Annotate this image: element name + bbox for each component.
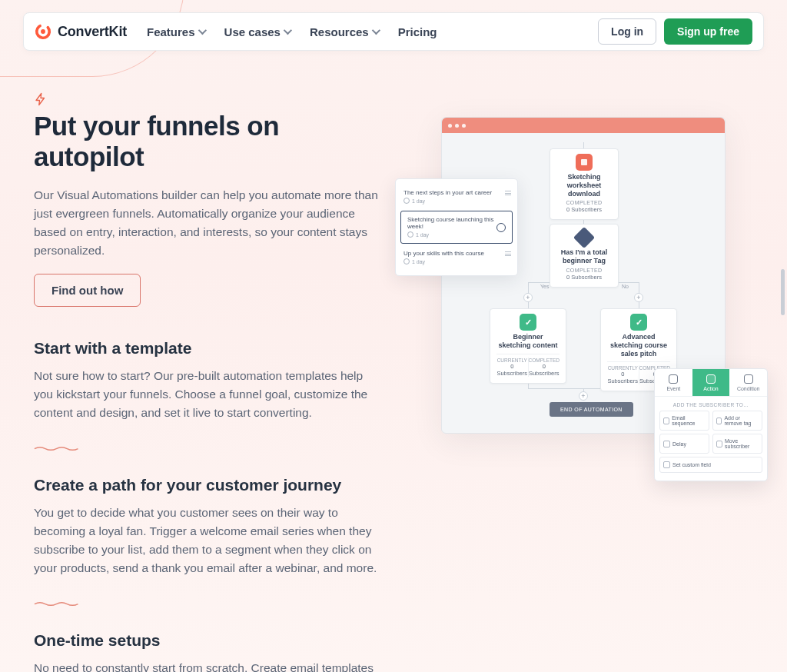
right-column: + + + + + + Yes No Sketching worksheet d… — [418, 92, 764, 672]
window-dot — [455, 124, 459, 128]
picker-tabs: Event Action Condition — [655, 369, 767, 397]
brand-name: ConvertKit — [58, 24, 127, 40]
node-title: Beginner sketching content — [496, 333, 560, 350]
tab-event[interactable]: Event — [655, 369, 692, 397]
section-onetime: One-time setups No need to constantly st… — [34, 631, 387, 672]
action-picker-panel: Event Action Condition ADD THE SUBSCRIBE… — [654, 368, 768, 481]
add-step-button[interactable]: + — [579, 391, 588, 401]
nav-pricing-label: Pricing — [398, 25, 437, 38]
tag-icon — [716, 418, 722, 424]
scrollbar-thumb[interactable] — [781, 269, 785, 315]
nav-usecases-label: Use cases — [224, 25, 281, 38]
wave-divider — [34, 596, 81, 610]
node-sub: 0 Subscribers — [556, 206, 612, 213]
nav-features-label: Features — [147, 25, 195, 38]
node-status: COMPLETED — [556, 268, 612, 273]
svg-point-1 — [41, 29, 45, 34]
section-title: Create a path for your customer journey — [34, 476, 387, 494]
section-title: Start with a template — [34, 339, 387, 358]
email-step[interactable]: Up your skills with this course 1 day — [396, 246, 517, 269]
nav-resources[interactable]: Resources — [310, 25, 378, 38]
tab-condition[interactable]: Condition — [729, 369, 767, 397]
login-button[interactable]: Log in — [598, 18, 656, 45]
step-title: Sketching course launching this week! — [407, 216, 494, 230]
checkmark-icon: ✓ — [520, 314, 536, 331]
clock-icon — [407, 231, 413, 238]
condition-icon — [744, 374, 753, 384]
section-title: One-time setups — [34, 631, 387, 650]
move-icon — [716, 441, 722, 447]
nav-features[interactable]: Features — [147, 25, 204, 38]
window-dot — [462, 124, 466, 128]
left-column: Put your funnels on autopilot Our Visual… — [34, 92, 387, 672]
email-steps-panel: The next steps in your art career 1 day … — [395, 178, 518, 276]
node-stat-label: CURRENTLY — [607, 365, 639, 371]
convertkit-logo-icon — [35, 23, 51, 40]
picker-move-subscriber[interactable]: Move subscriber — [712, 434, 762, 454]
chevron-down-icon — [284, 26, 292, 35]
tab-action[interactable]: Action — [692, 369, 730, 397]
drag-handle-icon[interactable] — [505, 191, 511, 195]
node-status: COMPLETED — [556, 200, 612, 205]
top-nav: ConvertKit Features Use cases Resources … — [23, 12, 764, 51]
svg-rect-2 — [581, 159, 587, 165]
step-title: The next steps in your art career — [403, 189, 492, 196]
section-body: No need to constantly start from scratch… — [34, 659, 380, 672]
section-body: Not sure how to start? Our pre-built aut… — [34, 367, 380, 422]
entry-node[interactable]: Sketching worksheet download COMPLETED 0… — [550, 148, 619, 220]
hero-title: Put your funnels on autopilot — [34, 111, 387, 172]
add-step-button[interactable]: + — [523, 293, 533, 302]
step-delay: 1 day — [416, 232, 429, 238]
node-title: Has I'm a total beginner Tag — [556, 248, 612, 265]
hero-body: Our Visual Automations builder can help … — [34, 186, 380, 260]
clock-icon — [403, 198, 410, 205]
field-icon — [663, 461, 670, 468]
tab-label: Condition — [737, 386, 760, 391]
step-delay: 1 day — [412, 259, 425, 264]
diamond-icon — [573, 227, 595, 248]
main-content: Put your funnels on autopilot Our Visual… — [34, 92, 764, 672]
end-of-automation: END OF AUTOMATION — [550, 402, 633, 417]
event-icon — [669, 374, 678, 384]
section-journey: Create a path for your customer journey … — [34, 476, 387, 577]
step-title: Up your skills with this course — [403, 250, 484, 257]
node-stat-label: CURRENTLY — [496, 358, 528, 363]
email-step-selected[interactable]: Sketching course launching this week! 1 … — [400, 211, 513, 244]
node-stat-label: COMPLETED — [529, 358, 560, 363]
node-stat-value: 0 Subscribers — [607, 371, 639, 384]
beginner-node[interactable]: ✓ Beginner sketching content CURRENTLY 0… — [490, 308, 566, 384]
node-stat-value: 0 Subscribers — [529, 363, 560, 377]
find-out-how-button[interactable]: Find out how — [34, 274, 141, 307]
checkmark-icon: ✓ — [630, 314, 647, 331]
branch-yes-label: Yes — [540, 284, 549, 289]
drag-handle-icon[interactable] — [505, 251, 511, 256]
window-titlebar — [442, 118, 725, 133]
lightning-icon — [34, 92, 387, 106]
add-step-button[interactable]: + — [634, 293, 643, 302]
brand[interactable]: ConvertKit — [35, 23, 127, 40]
nav-resources-label: Resources — [310, 25, 369, 38]
node-sub: 0 Subscribers — [556, 274, 612, 281]
section-template: Start with a template Not sure how to st… — [34, 339, 387, 422]
node-title: Sketching worksheet download — [556, 173, 612, 198]
node-title: Advanced sketching course sales pitch — [607, 333, 670, 358]
clock-icon — [403, 258, 410, 265]
picker-set-custom-field[interactable]: Set custom field — [659, 457, 762, 473]
section-body: You get to decide what you customer sees… — [34, 504, 380, 577]
chevron-down-icon — [371, 26, 380, 35]
condition-node[interactable]: Has I'm a total beginner Tag COMPLETED 0… — [550, 224, 619, 288]
wave-divider — [34, 441, 81, 454]
nav-usecases[interactable]: Use cases — [224, 25, 290, 38]
window-dot — [448, 124, 452, 128]
automation-mock: + + + + + + Yes No Sketching worksheet d… — [418, 117, 741, 434]
picker-email-sequence[interactable]: Email sequence — [659, 411, 709, 431]
email-step[interactable]: The next steps in your art career 1 day — [396, 185, 517, 208]
step-delay: 1 day — [412, 198, 425, 204]
picker-add-remove-tag[interactable]: Add or remove tag — [712, 411, 762, 431]
signup-button[interactable]: Sign up free — [664, 18, 752, 45]
picker-delay[interactable]: Delay — [659, 434, 709, 454]
node-stat-value: 0 Subscribers — [496, 363, 528, 377]
chevron-down-icon — [198, 26, 206, 35]
email-icon — [663, 418, 669, 424]
nav-pricing[interactable]: Pricing — [398, 25, 437, 38]
